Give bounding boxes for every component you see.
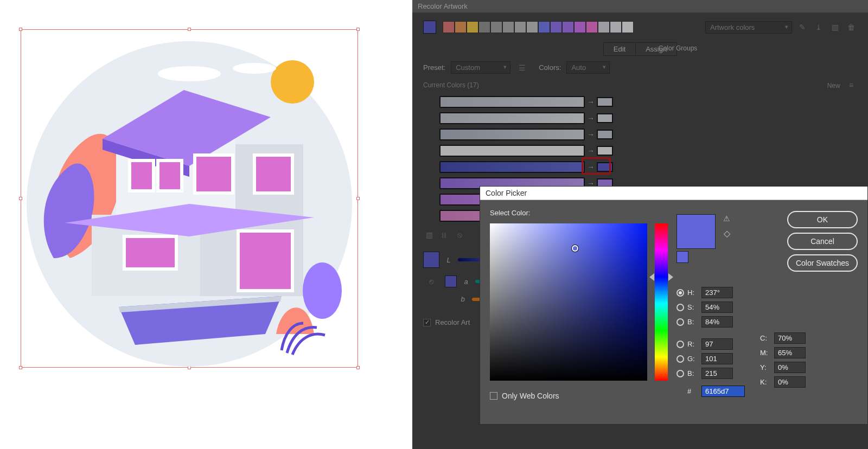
svg-rect-10 (130, 161, 154, 191)
tab-edit[interactable]: Edit (603, 42, 636, 56)
svg-point-18 (303, 262, 342, 319)
active-color-swatch[interactable] (423, 21, 436, 34)
current-color-bar[interactable] (439, 129, 585, 140)
preset-dropdown[interactable]: Custom (451, 61, 510, 74)
color-groups-label: Color Groups (659, 44, 697, 52)
c-input[interactable] (774, 332, 806, 344)
folder-icon[interactable]: ▥ (829, 21, 841, 33)
m-input[interactable] (774, 347, 806, 358)
s-input[interactable] (701, 302, 733, 313)
checkbox-icon[interactable] (490, 392, 497, 400)
svg-point-2 (158, 66, 221, 81)
color-picker-dialog: Color Picker Select Color: Only Web Colo… (480, 186, 868, 425)
color-row[interactable]: → (439, 159, 857, 175)
adjust-swatch[interactable] (445, 275, 457, 287)
svg-point-1 (271, 60, 314, 104)
hue-slider-handle-icon[interactable] (668, 273, 673, 281)
svg-rect-11 (158, 161, 182, 191)
panel-title: Recolor Artwork (412, 0, 868, 13)
exclude-icon[interactable]: ⦸ (454, 229, 465, 241)
preset-options-icon[interactable]: ☰ (516, 62, 528, 74)
new-color-swatch[interactable] (597, 130, 613, 139)
current-colors-label: Current Colors (17) (423, 81, 479, 89)
eyedropper-icon[interactable]: ✎ (796, 21, 808, 33)
cmyk-column: C: M: Y: K: (760, 332, 806, 397)
color-picker-title: Color Picker (480, 187, 867, 200)
svg-rect-13 (254, 155, 292, 193)
only-web-colors-checkbox[interactable]: Only Web Colors (490, 392, 668, 400)
ok-button[interactable]: OK (787, 211, 858, 228)
color-spectrum[interactable] (490, 223, 647, 381)
selection-bounding-box[interactable] (21, 29, 358, 368)
radio-h[interactable] (676, 289, 684, 297)
b-input[interactable] (701, 316, 733, 328)
current-color-bar[interactable] (439, 112, 585, 124)
select-color-label: Select Color: (490, 209, 668, 217)
new-color-swatch[interactable] (597, 113, 613, 123)
colors-label: Colors: (539, 63, 561, 72)
canvas-area[interactable] (0, 0, 412, 449)
cancel-button[interactable]: Cancel (787, 233, 858, 250)
new-color-swatch[interactable] (597, 162, 613, 172)
k-input[interactable] (774, 376, 806, 388)
separate-icon[interactable]: ⫼ (438, 229, 450, 241)
radio-r[interactable] (676, 341, 684, 348)
svg-rect-12 (195, 155, 233, 193)
hue-slider[interactable] (655, 223, 668, 381)
color-row[interactable]: → (439, 127, 857, 142)
y-input[interactable] (774, 362, 806, 373)
g-input[interactable] (701, 353, 733, 364)
h-input[interactable] (701, 287, 733, 298)
colors-dropdown[interactable]: Auto (566, 61, 610, 74)
panel-top-row: Artwork colors ✎ ⤓ ▥ 🗑 (412, 13, 868, 39)
link-colors-icon[interactable]: ⎋ (423, 275, 439, 287)
merge-icon[interactable]: ▥ (423, 229, 435, 241)
new-color-swatch[interactable] (597, 146, 613, 156)
color-row[interactable]: → (439, 94, 857, 110)
recolor-art-label: Recolor Art (435, 318, 470, 326)
radio-s[interactable] (676, 304, 684, 311)
arrow-icon: → (585, 163, 597, 171)
preset-row: Preset: Custom ☰ Colors: Auto (423, 61, 857, 74)
artwork-colors-label: Artwork colors (710, 23, 755, 31)
slider-b-label: b (459, 295, 467, 303)
artwork-swatch-strip[interactable] (443, 21, 634, 33)
arrow-icon: → (585, 146, 597, 155)
web-safe-icon[interactable]: ◇ (724, 228, 730, 239)
current-color-bar[interactable] (439, 161, 585, 173)
artwork-colors-dropdown[interactable]: Artwork colors (705, 21, 792, 34)
radio-bch[interactable] (676, 370, 684, 377)
hue-slider-handle-icon[interactable] (649, 273, 654, 281)
color-groups-panel: Color Groups (651, 39, 857, 57)
color-row[interactable]: → (439, 143, 857, 158)
radio-g[interactable] (676, 355, 684, 363)
hex-input[interactable] (701, 386, 745, 397)
svg-rect-14 (124, 236, 176, 269)
current-color-bar[interactable] (439, 96, 585, 108)
bch-input[interactable] (701, 368, 733, 379)
out-of-gamut-icon[interactable]: ⚠ (723, 214, 730, 223)
arrow-icon: → (585, 114, 597, 123)
preset-label: Preset: (423, 63, 445, 72)
house-illustration (21, 30, 358, 367)
save-group-icon[interactable]: ⤓ (813, 21, 825, 33)
spectrum-cursor-icon[interactable] (572, 245, 578, 252)
color-swatches-button[interactable]: Color Swatches (787, 254, 858, 272)
current-color-bar[interactable] (439, 145, 585, 157)
current-color-swatch-large[interactable] (423, 252, 439, 268)
arrow-icon: → (585, 98, 597, 106)
arrow-icon: → (585, 130, 597, 139)
new-label: New (827, 82, 840, 89)
hsb-rgb-column: H: S: B: R: G: B: # (676, 287, 745, 397)
svg-point-3 (233, 63, 276, 74)
color-row[interactable]: → (439, 111, 857, 126)
checkbox-icon[interactable]: ✓ (423, 319, 431, 326)
only-web-colors-label: Only Web Colors (502, 392, 559, 400)
trash-icon[interactable]: 🗑 (845, 21, 857, 33)
new-color-preview (676, 214, 716, 249)
slider-l-label: L (445, 256, 452, 264)
radio-b[interactable] (676, 318, 684, 326)
new-color-swatch[interactable] (597, 97, 613, 107)
row-options-icon[interactable]: ≡ (845, 79, 857, 91)
r-input[interactable] (701, 338, 733, 350)
